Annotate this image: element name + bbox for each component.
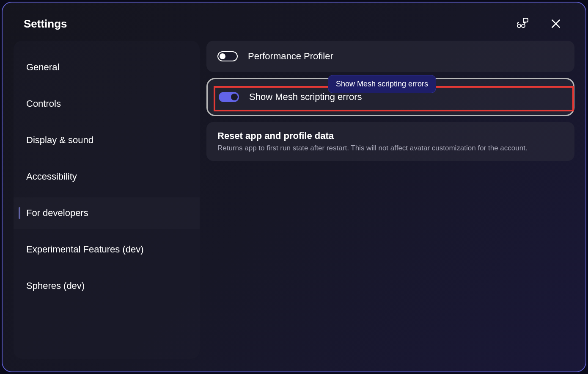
sidebar-item-label: Controls <box>26 98 61 109</box>
feedback-icon <box>515 17 529 31</box>
header: Settings <box>14 15 574 32</box>
sidebar-item-label: Spheres (dev) <box>26 280 85 291</box>
sidebar-item-accessibility[interactable]: Accessibility <box>14 161 200 192</box>
mesh-scripting-tooltip: Show Mesh scripting errors <box>328 75 436 93</box>
sidebar-item-experimental-features[interactable]: Experimental Features (dev) <box>14 234 200 265</box>
sidebar-item-label: Display & sound <box>26 135 93 146</box>
sidebar-item-display-sound[interactable]: Display & sound <box>14 125 200 156</box>
settings-window: Settings Ge <box>2 2 586 372</box>
sidebar: General Controls Display & sound Accessi… <box>14 41 200 359</box>
sidebar-item-controls[interactable]: Controls <box>14 88 200 119</box>
close-icon <box>550 18 561 29</box>
svg-point-1 <box>522 24 525 28</box>
feedback-button[interactable] <box>514 15 530 32</box>
sidebar-item-general[interactable]: General <box>14 52 200 83</box>
performance-profiler-toggle[interactable] <box>217 51 238 61</box>
performance-profiler-row: Performance Profiler <box>206 41 574 72</box>
main-content: General Controls Display & sound Accessi… <box>14 41 574 359</box>
close-button[interactable] <box>547 15 564 32</box>
sidebar-item-label: Experimental Features (dev) <box>26 244 144 255</box>
sidebar-item-label: For developers <box>26 208 88 219</box>
reset-title: Reset app and profile data <box>217 130 563 141</box>
performance-profiler-label: Performance Profiler <box>248 51 333 62</box>
page-title: Settings <box>24 17 67 30</box>
content-panel: Performance Profiler Show Mesh scripting… <box>206 41 574 359</box>
svg-point-0 <box>517 24 521 28</box>
mesh-scripting-row: Show Mesh scripting errors Show Mesh scr… <box>206 78 574 116</box>
reset-app-row[interactable]: Reset app and profile data Returns app t… <box>206 122 574 161</box>
sidebar-item-spheres[interactable]: Spheres (dev) <box>14 270 200 302</box>
mesh-scripting-toggle[interactable] <box>219 92 239 102</box>
sidebar-item-label: General <box>26 62 59 73</box>
reset-description: Returns app to first run state after res… <box>217 144 563 152</box>
sidebar-item-for-developers[interactable]: For developers <box>14 197 200 229</box>
sidebar-item-label: Accessibility <box>26 171 77 182</box>
header-actions <box>514 15 564 32</box>
svg-rect-2 <box>523 18 528 22</box>
